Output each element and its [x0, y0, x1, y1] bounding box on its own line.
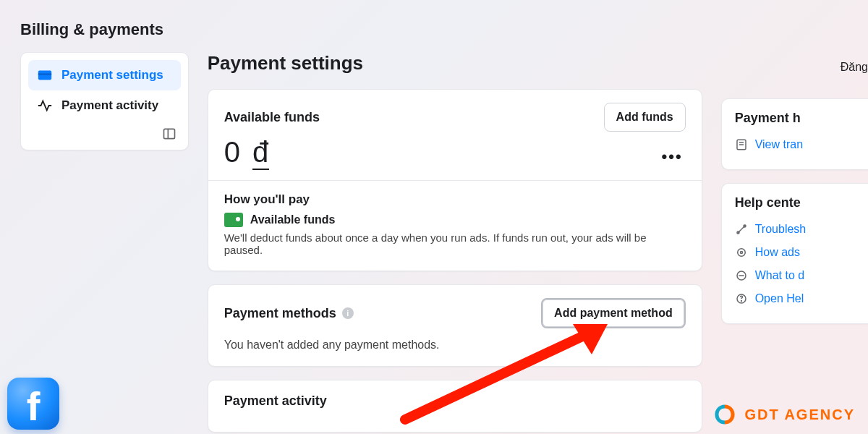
receipt-icon: [735, 138, 748, 151]
sidebar: Payment settings Payment activity: [20, 52, 189, 150]
right-column: Payment h View tran Help cente Troublesh: [721, 98, 868, 324]
add-payment-method-button[interactable]: Add payment method: [541, 298, 686, 328]
no-entry-icon: [735, 269, 748, 282]
svg-point-10: [740, 252, 742, 254]
section-title: Payment settings: [208, 52, 363, 75]
help-link-open-help[interactable]: Open Hel: [735, 287, 864, 310]
tools-icon: [735, 223, 748, 236]
payment-methods-empty-text: You haven't added any payment methods.: [224, 339, 686, 352]
gdt-logo-icon: [712, 402, 737, 427]
pay-mode-label: Available funds: [250, 213, 336, 226]
activity-icon: [37, 98, 53, 114]
wallet-icon: [224, 213, 243, 227]
page-title: Billing & payments: [20, 20, 868, 39]
svg-rect-2: [163, 129, 174, 138]
link-text: How ads: [755, 246, 800, 259]
sidebar-item-payment-settings[interactable]: Payment settings: [28, 60, 181, 90]
available-funds-amount: 0 đ: [224, 136, 270, 169]
help-link-how-ads-billing[interactable]: How ads: [735, 241, 864, 264]
payment-history-card: Payment h View tran: [721, 98, 868, 170]
gdt-agency-watermark: GDT AGENCY: [712, 402, 855, 427]
pay-mode-description: We'll deduct funds about once a day when…: [224, 231, 686, 256]
question-icon: [735, 292, 748, 305]
facebook-f-glyph: f: [27, 386, 41, 427]
available-funds-card: Available funds Add funds 0 đ ••• How yo…: [208, 89, 702, 271]
collapse-sidebar-icon[interactable]: [162, 127, 178, 142]
help-center-title: Help cente: [735, 195, 864, 210]
payment-activity-title: Payment activity: [224, 393, 686, 409]
svg-point-14: [741, 301, 741, 302]
amount-value: 0: [224, 136, 241, 168]
link-text: Troublesh: [755, 223, 807, 236]
gear-lock-icon: [735, 246, 748, 259]
sidebar-item-label: Payment activity: [61, 98, 158, 113]
amount-currency: đ: [252, 136, 269, 170]
header-button-clipped[interactable]: Đăng: [841, 61, 868, 74]
svg-point-9: [737, 249, 745, 257]
divider: [208, 180, 702, 181]
available-funds-label: Available funds: [224, 110, 320, 125]
add-funds-button[interactable]: Add funds: [604, 103, 686, 132]
sidebar-item-payment-activity[interactable]: Payment activity: [28, 90, 181, 121]
info-icon[interactable]: i: [342, 307, 354, 319]
pay-mode-row: Available funds: [224, 213, 686, 227]
link-text: What to d: [755, 269, 804, 282]
view-transactions-link[interactable]: View tran: [735, 133, 864, 156]
payment-methods-card: Payment methods i Add payment method You…: [208, 284, 702, 367]
gdt-agency-text: GDT AGENCY: [744, 407, 855, 423]
how-youll-pay-label: How you'll pay: [224, 192, 686, 207]
help-center-card: Help cente Troublesh How ads: [721, 183, 868, 324]
link-text: Open Hel: [755, 292, 804, 305]
main-column: Payment settings Available funds Add fun…: [208, 52, 702, 434]
link-text: View tran: [755, 138, 803, 151]
svg-rect-1: [38, 73, 51, 75]
payment-activity-card: Payment activity: [208, 380, 702, 433]
help-link-troubleshoot[interactable]: Troublesh: [735, 218, 864, 241]
sidebar-item-label: Payment settings: [61, 68, 163, 82]
facebook-badge: f: [7, 378, 59, 430]
credit-card-icon: [37, 67, 53, 83]
more-options-button[interactable]: •••: [662, 148, 686, 166]
payment-history-title: Payment h: [735, 111, 864, 126]
help-link-what-to-do[interactable]: What to d: [735, 264, 864, 287]
payment-methods-title: Payment methods: [224, 306, 336, 321]
